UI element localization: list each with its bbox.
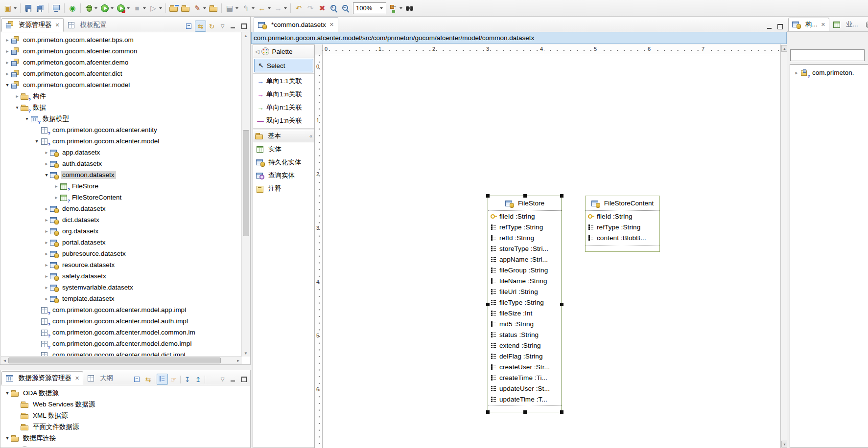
- expand-arrow-icon[interactable]: ▸: [14, 93, 21, 99]
- open-folder-button[interactable]: [180, 2, 191, 15]
- tree-item[interactable]: ▾?数据: [1, 102, 242, 113]
- explorer-tab-[interactable]: 模板配置: [64, 18, 110, 32]
- entity-field[interactable]: storeType :Stri...: [488, 243, 562, 254]
- export-config-button[interactable]: ↥: [193, 374, 203, 384]
- tree-item[interactable]: ▸?com.primeton.: [790, 67, 868, 78]
- save-profiles-button[interactable]: [207, 374, 217, 384]
- expand-arrow-icon[interactable]: ▸: [43, 240, 50, 245]
- datasource-tab-[interactable]: 数据源资源管理器✕: [1, 371, 83, 385]
- file-switcher-button[interactable]: ▤: [224, 2, 240, 15]
- expand-arrow-icon[interactable]: ▸: [43, 273, 50, 279]
- palette-section-basic[interactable]: 基本«: [253, 130, 314, 142]
- tree-item[interactable]: ▸systemvariable.datasetx: [1, 282, 242, 293]
- right-tab-[interactable]: 构...✕: [788, 18, 829, 31]
- start-server-button[interactable]: ◉: [67, 2, 78, 15]
- debug-button[interactable]: [83, 2, 99, 15]
- link-with-editor-button[interactable]: ⇆: [195, 21, 206, 32]
- zoom-in-button[interactable]: +: [328, 2, 340, 15]
- expand-arrow-icon[interactable]: ▸: [43, 161, 50, 166]
- palette-item-dataset[interactable]: 持久化实体: [254, 156, 313, 169]
- expand-arrow-icon[interactable]: ▾: [33, 138, 40, 144]
- zoom-level-combo[interactable]: 100%: [353, 2, 386, 14]
- last-edit-location-button[interactable]: ↰: [240, 2, 256, 15]
- palette-tool-select[interactable]: ↖Select: [254, 59, 313, 72]
- run-button[interactable]: [99, 2, 115, 15]
- collapse-palette-icon[interactable]: ◁: [255, 48, 259, 55]
- search-button[interactable]: [404, 2, 416, 15]
- expand-arrow-icon[interactable]: ▸: [43, 150, 50, 155]
- expand-arrow-icon[interactable]: ▸: [53, 183, 60, 189]
- tree-item[interactable]: ▸com.primeton.gocom.afcenter.dict: [1, 68, 242, 79]
- save-all-button[interactable]: [34, 2, 46, 15]
- selection-handle[interactable]: [486, 194, 490, 198]
- tree-item[interactable]: ?com.primeton.gocom.afcenter.model.dict.…: [1, 349, 242, 357]
- zoom-out-button[interactable]: −: [340, 2, 352, 15]
- entity-field[interactable]: md5 :String: [488, 318, 562, 329]
- expand-arrow-icon[interactable]: ▾: [4, 435, 11, 441]
- expand-arrow-icon[interactable]: ▸: [43, 251, 50, 256]
- datasource-tab-[interactable]: 大纲: [83, 371, 117, 385]
- entity-field[interactable]: updateUser :St...: [488, 383, 562, 394]
- collapse-all-button[interactable]: [132, 374, 142, 384]
- expand-arrow-icon[interactable]: ▸: [4, 60, 11, 65]
- canvas-vertical-scrollbar[interactable]: ▲ ▼: [780, 45, 787, 448]
- entity-field[interactable]: fileUrl :String: [488, 286, 562, 297]
- palette-item-query[interactable]: 查询实体: [254, 169, 313, 182]
- entity-field[interactable]: extend :String: [488, 340, 562, 351]
- scrollbar-thumb[interactable]: [8, 358, 221, 363]
- import-folder-button[interactable]: [208, 2, 219, 15]
- refresh-button[interactable]: ↻: [207, 21, 217, 31]
- maximize-button[interactable]: [775, 22, 785, 32]
- tree-item[interactable]: ▾?数据模型: [1, 113, 242, 124]
- tree-item[interactable]: Web Services 数据源: [1, 399, 250, 410]
- open-resource-button[interactable]: [168, 2, 180, 15]
- expand-arrow-icon[interactable]: ▸: [43, 296, 50, 301]
- expand-arrow-icon[interactable]: ▸: [4, 48, 11, 54]
- open-console-button[interactable]: [50, 2, 62, 15]
- tree-item[interactable]: ?com.primeton.gocom.afcenter.entity: [1, 124, 242, 135]
- undo-button[interactable]: ↶: [293, 2, 305, 15]
- close-icon[interactable]: ✕: [821, 22, 825, 28]
- diagram-options-button[interactable]: [388, 2, 404, 15]
- entity-field[interactable]: delFlag :String: [488, 351, 562, 361]
- tree-item[interactable]: demo: [1, 444, 250, 447]
- entity-field[interactable]: refId :String: [488, 232, 562, 243]
- entity-field[interactable]: fileGroup :String: [488, 265, 562, 275]
- import-config-button[interactable]: ↧: [182, 374, 192, 384]
- tree-item[interactable]: ▸template.datasetx: [1, 293, 242, 304]
- entity-filestore[interactable]: FileStorefileId :StringrefType :Stringre…: [488, 196, 562, 412]
- expand-arrow-icon[interactable]: ▾: [4, 82, 11, 88]
- tree-item[interactable]: ▸dict.datasetx: [1, 214, 242, 225]
- tree-item[interactable]: ▸portal.datasetx: [1, 237, 242, 248]
- expand-arrow-icon[interactable]: ▾: [43, 172, 50, 178]
- entity-field[interactable]: content :BlobB...: [586, 232, 659, 243]
- expand-arrow-icon[interactable]: ▸: [43, 285, 50, 290]
- expand-arrow-icon[interactable]: ▸: [793, 70, 800, 75]
- delete-button[interactable]: ✖: [316, 2, 328, 15]
- scroll-up-icon[interactable]: ▲: [242, 32, 250, 39]
- entity-field[interactable]: fileName :String: [488, 275, 562, 286]
- entity-field[interactable]: fileType :String: [488, 297, 562, 308]
- show-category-button[interactable]: [157, 374, 168, 385]
- entity-field[interactable]: createUser :Str...: [488, 361, 562, 372]
- maximize-button[interactable]: [239, 21, 249, 31]
- save-button[interactable]: [23, 2, 34, 15]
- tree-item[interactable]: ▸resource.datasetx: [1, 259, 242, 270]
- expand-arrow-icon[interactable]: ▸: [53, 195, 60, 200]
- view-menu-button[interactable]: ▽: [217, 374, 228, 384]
- expand-arrow-icon[interactable]: ▸: [4, 71, 11, 76]
- close-icon[interactable]: ✕: [75, 375, 79, 381]
- expand-arrow-icon[interactable]: ▸: [43, 262, 50, 268]
- scroll-left-icon[interactable]: ◂: [1, 357, 8, 364]
- entity-filestorecontent[interactable]: FileStoreContentfileId :StringrefType :S…: [585, 196, 660, 252]
- tree-item[interactable]: ▸safety.datasetx: [1, 270, 242, 282]
- connect-button[interactable]: ☞: [168, 374, 179, 384]
- editor-tab-common-datasetx[interactable]: *common.datasetx ✕: [254, 17, 338, 32]
- breadcrumb[interactable]: com.primeton.gocom.afcenter.model/src/co…: [251, 32, 787, 44]
- entity-field[interactable]: refType :String: [586, 222, 659, 232]
- tree-item[interactable]: ▸?构件: [1, 90, 242, 102]
- explorer-horizontal-scrollbar[interactable]: ◂ ▸: [1, 356, 242, 364]
- tree-item[interactable]: ?com.primeton.gocom.afcenter.model.auth.…: [1, 315, 242, 327]
- tree-item[interactable]: ▸com.primeton.gocom.afcenter.bps.om: [1, 34, 242, 45]
- selection-handle[interactable]: [486, 303, 490, 306]
